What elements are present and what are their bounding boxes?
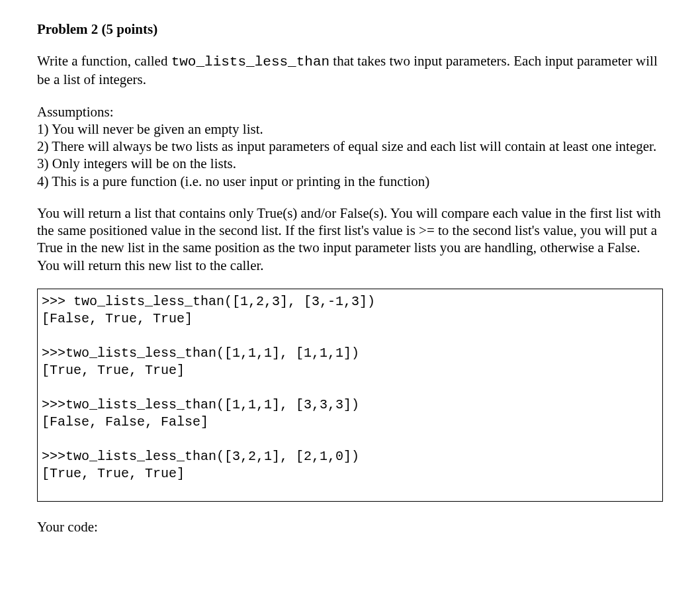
behavior-paragraph: You will return a list that contains onl… xyxy=(37,205,663,274)
assumptions-heading: Assumptions: xyxy=(37,103,663,120)
intro-prefix: Write a function, called xyxy=(37,53,171,69)
your-code-label: Your code: xyxy=(37,519,663,535)
function-name-code: two_lists_less_than xyxy=(171,54,329,69)
problem-title: Problem 2 (5 points) xyxy=(37,21,663,38)
intro-paragraph: Write a function, called two_lists_less_… xyxy=(37,52,663,89)
example-code-block: >>> two_lists_less_than([1,2,3], [3,-1,3… xyxy=(37,289,663,502)
problem-document: Problem 2 (5 points) Write a function, c… xyxy=(0,0,700,562)
assumptions-list: 1) You will never be given an empty list… xyxy=(37,120,663,190)
assumption-item: 3) Only integers will be on the lists. xyxy=(37,155,663,172)
assumption-item: 4) This is a pure function (i.e. no user… xyxy=(37,173,663,190)
assumption-item: 1) You will never be given an empty list… xyxy=(37,120,663,138)
assumption-item: 2) There will always be two lists as inp… xyxy=(37,138,663,155)
